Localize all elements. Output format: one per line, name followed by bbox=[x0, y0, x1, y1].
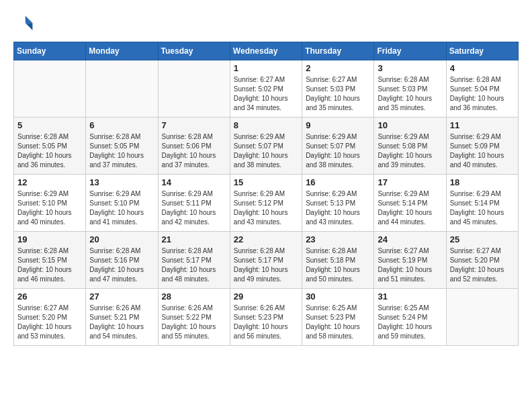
day-info: Sunrise: 6:26 AM Sunset: 5:21 PM Dayligh… bbox=[89, 304, 154, 341]
day-number: 31 bbox=[378, 291, 442, 302]
svg-marker-1 bbox=[26, 23, 33, 30]
calendar-cell: 16Sunrise: 6:29 AM Sunset: 5:13 PM Dayli… bbox=[302, 175, 374, 232]
calendar-cell: 25Sunrise: 6:27 AM Sunset: 5:20 PM Dayli… bbox=[446, 232, 518, 289]
day-info: Sunrise: 6:29 AM Sunset: 5:14 PM Dayligh… bbox=[450, 189, 515, 227]
day-info: Sunrise: 6:27 AM Sunset: 5:19 PM Dayligh… bbox=[378, 246, 442, 284]
calendar-cell: 27Sunrise: 6:26 AM Sunset: 5:21 PM Dayli… bbox=[86, 289, 158, 346]
day-number: 19 bbox=[17, 234, 82, 244]
day-info: Sunrise: 6:26 AM Sunset: 5:22 PM Dayligh… bbox=[162, 304, 226, 341]
calendar-cell: 13Sunrise: 6:29 AM Sunset: 5:10 PM Dayli… bbox=[86, 175, 158, 232]
column-header-saturday: Saturday bbox=[446, 42, 518, 60]
day-number: 2 bbox=[306, 63, 370, 73]
calendar-cell: 9Sunrise: 6:29 AM Sunset: 5:07 PM Daylig… bbox=[302, 118, 374, 175]
day-number: 27 bbox=[89, 291, 154, 302]
day-info: Sunrise: 6:28 AM Sunset: 5:18 PM Dayligh… bbox=[306, 246, 370, 284]
day-number: 9 bbox=[306, 120, 370, 130]
day-number: 18 bbox=[450, 177, 515, 187]
day-number: 12 bbox=[17, 177, 82, 187]
calendar-cell: 3Sunrise: 6:28 AM Sunset: 5:03 PM Daylig… bbox=[374, 60, 446, 118]
day-number: 15 bbox=[234, 177, 298, 187]
day-info: Sunrise: 6:28 AM Sunset: 5:17 PM Dayligh… bbox=[162, 246, 226, 284]
calendar-table: SundayMondayTuesdayWednesdayThursdayFrid… bbox=[13, 42, 519, 346]
day-info: Sunrise: 6:29 AM Sunset: 5:11 PM Dayligh… bbox=[162, 189, 226, 227]
day-number: 13 bbox=[89, 177, 154, 187]
calendar-cell: 23Sunrise: 6:28 AM Sunset: 5:18 PM Dayli… bbox=[302, 232, 374, 289]
calendar-cell: 20Sunrise: 6:28 AM Sunset: 5:16 PM Dayli… bbox=[86, 232, 158, 289]
day-info: Sunrise: 6:29 AM Sunset: 5:09 PM Dayligh… bbox=[450, 132, 515, 170]
svg-marker-0 bbox=[26, 16, 33, 24]
calendar-cell: 17Sunrise: 6:29 AM Sunset: 5:14 PM Dayli… bbox=[374, 175, 446, 232]
day-info: Sunrise: 6:28 AM Sunset: 5:16 PM Dayligh… bbox=[89, 246, 154, 284]
day-number: 25 bbox=[450, 234, 515, 244]
day-info: Sunrise: 6:29 AM Sunset: 5:14 PM Dayligh… bbox=[378, 189, 442, 227]
day-number: 7 bbox=[162, 120, 226, 130]
calendar-cell: 31Sunrise: 6:25 AM Sunset: 5:24 PM Dayli… bbox=[374, 289, 446, 346]
day-number: 11 bbox=[450, 120, 515, 130]
calendar-cell: 29Sunrise: 6:26 AM Sunset: 5:23 PM Dayli… bbox=[230, 289, 302, 346]
day-info: Sunrise: 6:26 AM Sunset: 5:23 PM Dayligh… bbox=[234, 304, 298, 341]
day-number: 30 bbox=[306, 291, 370, 302]
calendar-week-row: 19Sunrise: 6:28 AM Sunset: 5:15 PM Dayli… bbox=[14, 232, 519, 289]
column-header-tuesday: Tuesday bbox=[158, 42, 230, 60]
page-header bbox=[13, 13, 519, 35]
day-info: Sunrise: 6:28 AM Sunset: 5:04 PM Dayligh… bbox=[450, 75, 515, 113]
day-info: Sunrise: 6:29 AM Sunset: 5:10 PM Dayligh… bbox=[89, 189, 154, 227]
calendar-header-row: SundayMondayTuesdayWednesdayThursdayFrid… bbox=[14, 42, 519, 60]
day-number: 22 bbox=[234, 234, 298, 244]
calendar-cell: 28Sunrise: 6:26 AM Sunset: 5:22 PM Dayli… bbox=[158, 289, 230, 346]
day-info: Sunrise: 6:25 AM Sunset: 5:24 PM Dayligh… bbox=[378, 304, 442, 341]
day-number: 20 bbox=[89, 234, 154, 244]
logo bbox=[13, 13, 38, 35]
logo-icon bbox=[13, 13, 35, 35]
calendar-week-row: 26Sunrise: 6:27 AM Sunset: 5:20 PM Dayli… bbox=[14, 289, 519, 346]
day-info: Sunrise: 6:25 AM Sunset: 5:23 PM Dayligh… bbox=[306, 304, 370, 341]
day-number: 1 bbox=[234, 63, 298, 73]
day-number: 21 bbox=[162, 234, 226, 244]
calendar-cell: 26Sunrise: 6:27 AM Sunset: 5:20 PM Dayli… bbox=[14, 289, 86, 346]
day-info: Sunrise: 6:28 AM Sunset: 5:05 PM Dayligh… bbox=[17, 132, 82, 170]
calendar-cell: 14Sunrise: 6:29 AM Sunset: 5:11 PM Dayli… bbox=[158, 175, 230, 232]
day-number: 5 bbox=[17, 120, 82, 130]
column-header-monday: Monday bbox=[86, 42, 158, 60]
calendar-cell: 21Sunrise: 6:28 AM Sunset: 5:17 PM Dayli… bbox=[158, 232, 230, 289]
calendar-cell: 6Sunrise: 6:28 AM Sunset: 5:05 PM Daylig… bbox=[86, 118, 158, 175]
calendar-cell: 18Sunrise: 6:29 AM Sunset: 5:14 PM Dayli… bbox=[446, 175, 518, 232]
calendar-cell: 30Sunrise: 6:25 AM Sunset: 5:23 PM Dayli… bbox=[302, 289, 374, 346]
calendar-cell: 1Sunrise: 6:27 AM Sunset: 5:02 PM Daylig… bbox=[230, 60, 302, 118]
day-number: 26 bbox=[17, 291, 82, 302]
day-number: 8 bbox=[234, 120, 298, 130]
day-info: Sunrise: 6:28 AM Sunset: 5:15 PM Dayligh… bbox=[17, 246, 82, 284]
calendar-cell: 7Sunrise: 6:28 AM Sunset: 5:06 PM Daylig… bbox=[158, 118, 230, 175]
day-info: Sunrise: 6:27 AM Sunset: 5:20 PM Dayligh… bbox=[17, 304, 82, 341]
calendar-cell: 4Sunrise: 6:28 AM Sunset: 5:04 PM Daylig… bbox=[446, 60, 518, 118]
calendar-cell: 2Sunrise: 6:27 AM Sunset: 5:03 PM Daylig… bbox=[302, 60, 374, 118]
day-info: Sunrise: 6:28 AM Sunset: 5:06 PM Dayligh… bbox=[162, 132, 226, 170]
calendar-cell bbox=[446, 289, 518, 346]
calendar-cell: 22Sunrise: 6:28 AM Sunset: 5:17 PM Dayli… bbox=[230, 232, 302, 289]
day-number: 4 bbox=[450, 63, 515, 73]
day-number: 3 bbox=[378, 63, 442, 73]
day-info: Sunrise: 6:29 AM Sunset: 5:12 PM Dayligh… bbox=[234, 189, 298, 227]
day-number: 29 bbox=[234, 291, 298, 302]
day-number: 6 bbox=[89, 120, 154, 130]
calendar-week-row: 1Sunrise: 6:27 AM Sunset: 5:02 PM Daylig… bbox=[14, 60, 519, 118]
column-header-wednesday: Wednesday bbox=[230, 42, 302, 60]
day-info: Sunrise: 6:27 AM Sunset: 5:02 PM Dayligh… bbox=[234, 75, 298, 113]
calendar-cell: 15Sunrise: 6:29 AM Sunset: 5:12 PM Dayli… bbox=[230, 175, 302, 232]
day-info: Sunrise: 6:29 AM Sunset: 5:10 PM Dayligh… bbox=[17, 189, 82, 227]
calendar-cell: 12Sunrise: 6:29 AM Sunset: 5:10 PM Dayli… bbox=[14, 175, 86, 232]
day-number: 24 bbox=[378, 234, 442, 244]
day-info: Sunrise: 6:29 AM Sunset: 5:07 PM Dayligh… bbox=[306, 132, 370, 170]
column-header-friday: Friday bbox=[374, 42, 446, 60]
day-number: 23 bbox=[306, 234, 370, 244]
day-info: Sunrise: 6:27 AM Sunset: 5:03 PM Dayligh… bbox=[306, 75, 370, 113]
calendar-week-row: 5Sunrise: 6:28 AM Sunset: 5:05 PM Daylig… bbox=[14, 118, 519, 175]
calendar-cell bbox=[86, 60, 158, 118]
calendar-cell: 19Sunrise: 6:28 AM Sunset: 5:15 PM Dayli… bbox=[14, 232, 86, 289]
day-info: Sunrise: 6:27 AM Sunset: 5:20 PM Dayligh… bbox=[450, 246, 515, 284]
day-number: 16 bbox=[306, 177, 370, 187]
day-info: Sunrise: 6:29 AM Sunset: 5:13 PM Dayligh… bbox=[306, 189, 370, 227]
calendar-cell bbox=[158, 60, 230, 118]
day-number: 17 bbox=[378, 177, 442, 187]
day-info: Sunrise: 6:28 AM Sunset: 5:17 PM Dayligh… bbox=[234, 246, 298, 284]
